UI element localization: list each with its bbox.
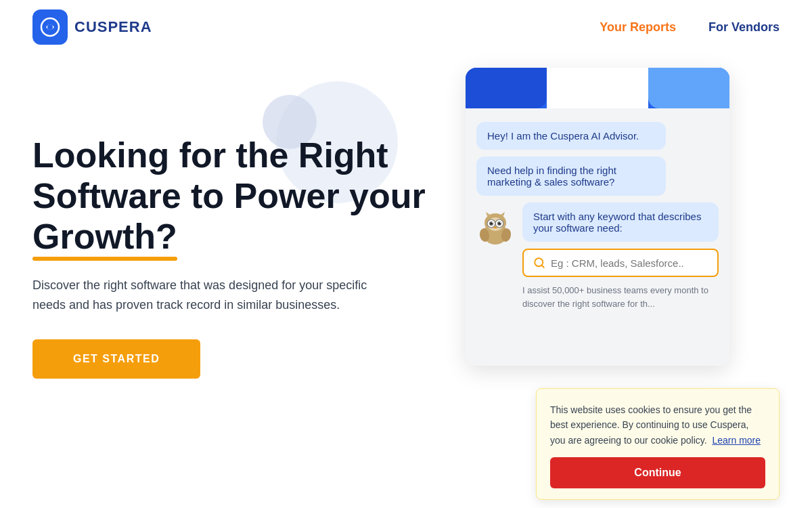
chat-search-wrapper[interactable] <box>522 249 719 277</box>
get-started-button[interactable]: GET STARTED <box>32 339 200 379</box>
cookie-message: This website uses cookies to ensure you … <box>550 402 765 448</box>
cookie-banner: This website uses cookies to ensure you … <box>536 388 780 500</box>
chat-keyword-prompt-bubble: Start with any keyword that describes yo… <box>522 203 719 242</box>
chat-header-bar <box>547 68 648 108</box>
logo-icon <box>32 9 68 45</box>
svg-line-22 <box>541 265 543 267</box>
hero-headline-line1: Looking for the Right <box>32 135 388 175</box>
chat-assist-text: I assist 50,000+ business teams every mo… <box>522 284 719 310</box>
chat-messages-column: Start with any keyword that describes yo… <box>522 203 719 310</box>
chat-header-tab-left <box>466 68 547 108</box>
chat-header-tab-right <box>648 68 729 108</box>
hero-headline-line3: Growth? <box>32 217 177 257</box>
chat-owl-row: Start with any keyword that describes yo… <box>476 203 719 310</box>
nav-vendors-link[interactable]: For Vendors <box>708 20 780 35</box>
left-section: Looking for the Right Software to Power … <box>32 81 452 379</box>
owl-avatar <box>476 209 514 247</box>
chat-body: Hey! I am the Cuspera AI Advisor. Need h… <box>466 108 729 366</box>
hero-headline: Looking for the Right Software to Power … <box>32 135 452 257</box>
chat-widget: Hey! I am the Cuspera AI Advisor. Need h… <box>466 68 729 366</box>
chat-greeting-bubble: Hey! I am the Cuspera AI Advisor. <box>476 122 666 150</box>
logo-text: CUSPERA <box>74 18 152 36</box>
chat-search-input[interactable] <box>551 257 708 269</box>
nav-reports-link[interactable]: Your Reports <box>600 20 676 35</box>
svg-point-8 <box>492 222 493 224</box>
hero-subtext: Discover the right software that was des… <box>32 276 384 315</box>
logo-area: CUSPERA <box>32 9 152 45</box>
search-icon <box>533 257 545 269</box>
main-nav: Your Reports For Vendors <box>600 20 780 35</box>
svg-point-12 <box>500 222 501 224</box>
chat-help-bubble: Need help in finding the right marketing… <box>476 156 666 196</box>
cookie-continue-button[interactable]: Continue <box>550 457 765 488</box>
main-content: Looking for the Right Software to Power … <box>0 54 812 507</box>
hero-headline-line2: Software to Power your <box>32 176 426 215</box>
right-section: Hey! I am the Cuspera AI Advisor. Need h… <box>452 81 780 507</box>
cookie-learn-more-link[interactable]: Learn more <box>712 435 761 446</box>
svg-point-1 <box>47 24 53 30</box>
chat-header <box>466 68 729 108</box>
cuspera-logo-svg <box>39 16 61 38</box>
